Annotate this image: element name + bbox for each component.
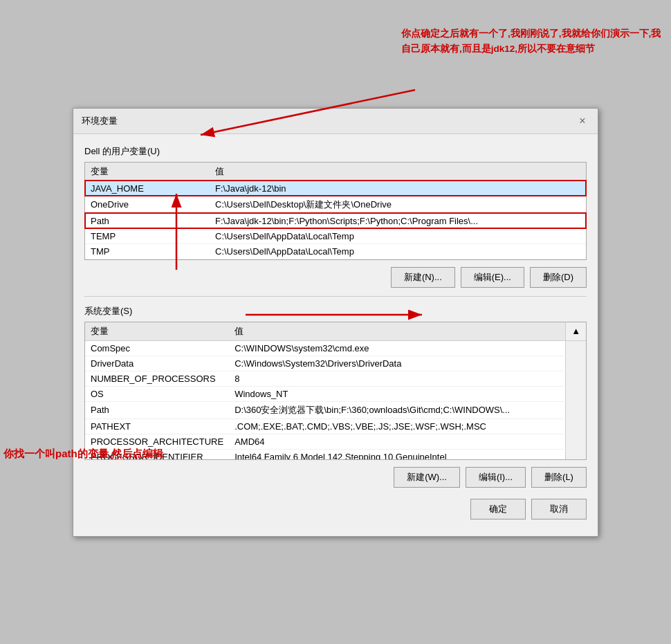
- footer-btn-row: 确定 取消: [84, 499, 587, 525]
- user-edit-button[interactable]: 编辑(E)...: [461, 267, 524, 288]
- sys-vars-row[interactable]: PROCESSOR_IDENTIFIERIntel64 Family 6 Mod…: [85, 449, 586, 460]
- sys-var-value: C:\WINDOWS\system32\cmd.exe: [229, 340, 565, 356]
- sys-vars-label: 系统变量(S): [84, 305, 587, 318]
- window-title: 环境变量: [82, 115, 118, 127]
- user-var-name: TMP: [85, 243, 210, 259]
- sys-delete-button[interactable]: 删除(L): [531, 467, 587, 488]
- user-var-value: C:\Users\Dell\AppData\Local\Temp: [210, 243, 586, 259]
- user-var-value: F:\Java\jdk-12\bin;F:\Python\Scripts;F:\…: [210, 213, 586, 228]
- user-vars-btn-row: 新建(N)... 编辑(E)... 删除(D): [84, 267, 587, 288]
- user-var-name: JAVA_HOME: [85, 181, 210, 196]
- cancel-button[interactable]: 取消: [531, 499, 587, 519]
- environment-variables-window: 环境变量 × Dell 的用户变量(U) 变量 值 JAVA_HOMEF:\Ja…: [73, 108, 598, 537]
- sys-edit-button[interactable]: 编辑(I)...: [466, 467, 526, 488]
- user-vars-label: Dell 的用户变量(U): [84, 145, 587, 158]
- sys-var-name: Path: [85, 401, 229, 418]
- user-vars-table-container: 变量 值 JAVA_HOMEF:\Java\jdk-12\binOneDrive…: [84, 162, 587, 260]
- sys-var-name: PROCESSOR_IDENTIFIER: [85, 449, 229, 460]
- sys-var-value: Windows_NT: [229, 386, 565, 401]
- user-var-value: C:\Users\Dell\Desktop\新建文件夹\OneDrive: [210, 196, 586, 213]
- user-var-value: F:\Java\jdk-12\bin: [210, 181, 586, 196]
- page-wrapper: 你点确定之后就有一个了,我刚刚说了,我就给你们演示一下,我自己原本就有,而且是j…: [0, 0, 671, 644]
- sys-var-name: NUMBER_OF_PROCESSORS: [85, 371, 229, 386]
- sys-vars-row[interactable]: PATHEXT.COM;.EXE;.BAT;.CMD;.VBS;.VBE;.JS…: [85, 418, 586, 434]
- ok-button[interactable]: 确定: [470, 499, 526, 519]
- sys-var-value: D:\360安全浏览器下载\bin;F:\360;ownloads\Git\cm…: [229, 401, 565, 418]
- sys-var-value: AMD64: [229, 434, 565, 449]
- sys-vars-btn-row: 新建(W)... 编辑(I)... 删除(L): [84, 467, 587, 488]
- user-new-button[interactable]: 新建(N)...: [391, 267, 455, 288]
- scrollbar-placeholder: ▲: [566, 322, 586, 341]
- sys-vars-row[interactable]: PROCESSOR_ARCHITECTUREAMD64: [85, 434, 586, 449]
- user-var-name: Path: [85, 213, 210, 228]
- user-vars-row[interactable]: PathF:\Java\jdk-12\bin;F:\Python\Scripts…: [85, 213, 586, 228]
- sys-vars-row[interactable]: DriverDataC:\Windows\System32\Drivers\Dr…: [85, 356, 586, 371]
- sys-var-name: ComSpec: [85, 340, 229, 356]
- sys-vars-table-container: 变量 值 ▲ ComSpecC:\WINDOWS\system32\cmd.ex…: [84, 322, 587, 460]
- sys-vars-scroll[interactable]: 变量 值 ▲ ComSpecC:\WINDOWS\system32\cmd.ex…: [85, 322, 586, 460]
- user-vars-row[interactable]: TEMPC:\Users\Dell\AppData\Local\Temp: [85, 228, 586, 243]
- user-vars-row[interactable]: TMPC:\Users\Dell\AppData\Local\Temp: [85, 243, 586, 259]
- sys-var-value: 8: [229, 371, 565, 386]
- user-delete-button[interactable]: 删除(D): [530, 267, 587, 288]
- sys-new-button[interactable]: 新建(W)...: [394, 467, 460, 488]
- sys-vars-col-var: 变量: [85, 322, 229, 341]
- sys-vars-row[interactable]: ComSpecC:\WINDOWS\system32\cmd.exe: [85, 340, 586, 356]
- sys-var-name: PROCESSOR_ARCHITECTURE: [85, 434, 229, 449]
- sys-var-name: OS: [85, 386, 229, 401]
- user-var-value: C:\Users\Dell\AppData\Local\Temp: [210, 228, 586, 243]
- user-var-name: OneDrive: [85, 196, 210, 213]
- sys-var-name: PATHEXT: [85, 418, 229, 434]
- sys-var-value: .COM;.EXE;.BAT;.CMD;.VBS;.VBE;.JS;.JSE;.…: [229, 418, 565, 434]
- user-vars-table: 变量 值 JAVA_HOMEF:\Java\jdk-12\binOneDrive…: [85, 163, 586, 259]
- sys-vars-col-val: 值: [229, 322, 565, 341]
- title-bar: 环境变量 ×: [73, 109, 598, 134]
- user-var-name: TEMP: [85, 228, 210, 243]
- annotation-top-right: 你点确定之后就有一个了,我刚刚说了,我就给你们演示一下,我自己原本就有,而且是j…: [401, 26, 664, 56]
- section-divider: [84, 296, 587, 297]
- sys-vars-table: 变量 值 ▲ ComSpecC:\WINDOWS\system32\cmd.ex…: [85, 322, 586, 460]
- close-button[interactable]: ×: [576, 114, 589, 128]
- user-vars-row[interactable]: OneDriveC:\Users\Dell\Desktop\新建文件夹\OneD…: [85, 196, 586, 213]
- user-vars-col-val: 值: [210, 163, 586, 181]
- sys-vars-row[interactable]: PathD:\360安全浏览器下载\bin;F:\360;ownloads\Gi…: [85, 401, 586, 418]
- sys-var-value: Intel64 Family 6 Model 142 Stepping 10 G…: [229, 449, 565, 460]
- sys-vars-row[interactable]: OSWindows_NT: [85, 386, 586, 401]
- sys-var-value: C:\Windows\System32\Drivers\DriverData: [229, 356, 565, 371]
- user-vars-row[interactable]: JAVA_HOMEF:\Java\jdk-12\bin: [85, 181, 586, 196]
- window-content: Dell 的用户变量(U) 变量 值 JAVA_HOMEF:\Java\jdk-…: [73, 134, 598, 536]
- user-vars-col-var: 变量: [85, 163, 210, 181]
- sys-vars-row[interactable]: NUMBER_OF_PROCESSORS8: [85, 371, 586, 386]
- sys-var-name: DriverData: [85, 356, 229, 371]
